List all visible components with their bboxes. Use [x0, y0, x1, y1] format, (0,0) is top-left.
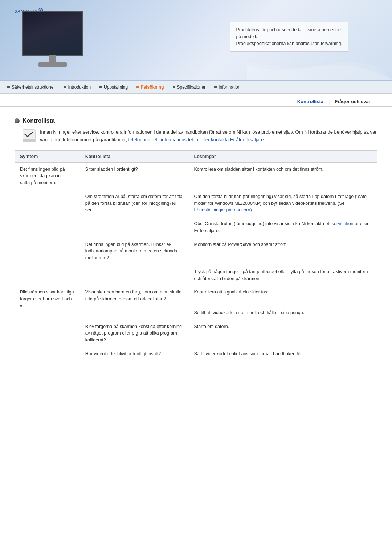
tab-separator: | — [328, 99, 330, 105]
nav-item-information[interactable]: Information — [214, 85, 240, 90]
checkmark-icon — [23, 129, 36, 142]
nav-item-sakerhet[interactable]: Säkerhetsinstruktioner — [7, 85, 55, 90]
tab-separator-2: | — [376, 99, 377, 105]
checklist-table: Symtom Kontrollista Lösningar Det finns … — [15, 150, 377, 361]
intro-text: Innan Ni ringer efter service, kontrolle… — [40, 129, 377, 144]
nav-item-felsokning[interactable]: Felsökning — [136, 85, 164, 90]
solution-cell-2-0: Monitorn står på PowerSave och sparar st… — [189, 238, 377, 265]
col-header-kontrollista: Kontrollista — [80, 150, 189, 162]
monitor-illustration — [22, 11, 94, 69]
table-row: Om strömmen är på, starta om datorn för … — [15, 190, 377, 217]
check-cell-2-0: Det finns ingen bild på skärmen. Blinkar… — [80, 238, 189, 265]
check-cell-1-1 — [80, 217, 189, 238]
nav-bar: Säkerhetsinstruktioner Introduktion Upps… — [0, 80, 392, 94]
check-cell-2-1 — [80, 265, 189, 285]
tab-kontrollista[interactable]: Kontrollista — [293, 97, 328, 106]
nav-bullet-information — [214, 86, 217, 88]
check-cell-3-1 — [80, 306, 189, 320]
solution-cell-3-0: Kontrollera att signalkabeln sitter fast… — [189, 285, 377, 306]
section-header: Kontrollista — [15, 118, 377, 124]
table-row: Har videokortet blivit ordentligt insatt… — [15, 347, 377, 361]
solution-cell-5-0: Sätt i videokortet enligt anvisningarna … — [189, 347, 377, 361]
check-cell-5-0: Har videokortet blivit ordentligt insatt… — [80, 347, 189, 361]
nav-bullet-sakerhet — [7, 86, 10, 88]
nav-bullet-uppstallning — [99, 86, 102, 88]
solution-cell-1-1: Obs: Om startrutan (för inloggning) inte… — [189, 217, 377, 238]
symptom-cell-3: Bildskärmen visar konstiga färger eller … — [15, 285, 80, 320]
nav-item-specifikationer[interactable]: Specifikationer — [173, 85, 206, 90]
section-dot-icon — [15, 118, 20, 123]
check-cell-0-0: Sitter sladden i ordentligt? — [80, 162, 189, 190]
col-header-losningar: Lösningar — [189, 150, 377, 162]
tab-row: Kontrollista | Frågor och svar | — [0, 94, 392, 107]
servicekontor-link[interactable]: servicekontor — [332, 221, 359, 226]
table-row: Blev färgerna på skärmen konstiga efter … — [15, 320, 377, 347]
svg-rect-1 — [23, 139, 35, 142]
table-row: Bildskärmen visar konstiga färger eller … — [15, 285, 377, 306]
monitor-stand-neck — [49, 55, 56, 62]
nav-item-uppstallning[interactable]: Uppställning — [99, 85, 128, 90]
table-row: Det finns ingen bild på skärmen. Blinkar… — [15, 238, 377, 265]
intro-row: Innan Ni ringer efter service, kontrolle… — [15, 129, 377, 144]
header-banner: SAMSUNG® Produktens färg och utseende ka… — [0, 0, 392, 80]
symptom-cell-4 — [15, 320, 80, 347]
check-cell-1-0: Om strömmen är på, starta om datorn för … — [80, 190, 189, 217]
monitor-screen — [22, 11, 83, 56]
col-header-symptom: Symtom — [15, 150, 80, 162]
solution-cell-3-1: Se till att videokortet sitter i helt oc… — [189, 306, 377, 320]
symptom-cell-5 — [15, 347, 80, 361]
main-content: Kontrollista Innan Ni ringer efter servi… — [0, 110, 392, 368]
symptom-cell-1 — [15, 190, 80, 238]
table-row: Det finns ingen bild på skärmen. Jag kan… — [15, 162, 377, 190]
intro-link[interactable]: telefonnumret i informationsdelen, eller… — [128, 137, 264, 142]
banner-text-line1: Produktens färg och utseende kan variera… — [236, 27, 340, 32]
nav-item-introduktion[interactable]: Introduktion — [64, 85, 91, 90]
nav-bullet-felsokning — [136, 86, 139, 88]
forinst-link[interactable]: Förinställningar på monitorn — [194, 207, 250, 212]
solution-cell-4-0: Starta om datorn. — [189, 320, 377, 347]
solution-cell-1-0: Om den första bildrutan (för inloggning)… — [189, 190, 377, 217]
symptom-cell-2 — [15, 238, 80, 285]
solution-cell-2-1: Tryck på någon tangent på tangentbordet … — [189, 265, 377, 285]
nav-bullet-specifikationer — [173, 86, 175, 88]
nav-bullet-introduktion — [64, 86, 66, 88]
section-title: Kontrollista — [23, 118, 55, 124]
solution-cell-0-0: Kontrollera om sladden sitter i kontakte… — [189, 162, 377, 190]
tab-fragor[interactable]: Frågor och svar — [330, 97, 375, 106]
symptom-cell-0: Det finns ingen bild på skärmen. Jag kan… — [15, 162, 80, 190]
check-cell-4-0: Blev färgerna på skärmen konstiga efter … — [80, 320, 189, 347]
check-cell-3-0: Visar skärmen bara en färg, som om man s… — [80, 285, 189, 306]
swirl-decoration — [247, 36, 392, 80]
monitor-stand-base — [38, 62, 67, 67]
